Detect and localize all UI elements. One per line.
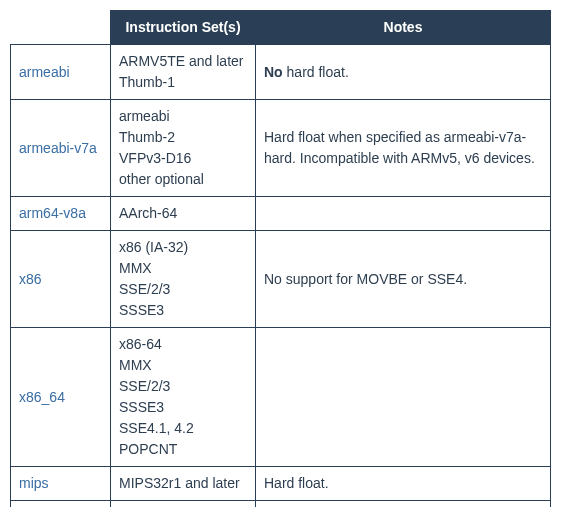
abi-link[interactable]: x86 [19, 271, 42, 287]
instruction-set-line: AArch-64 [119, 203, 247, 224]
col-header-notes: Notes [256, 11, 551, 45]
instruction-set-line: armeabi [119, 106, 247, 127]
col-header-instruction-set: Instruction Set(s) [111, 11, 256, 45]
abi-link[interactable]: x86_64 [19, 389, 65, 405]
notes-text: Hard float. [264, 475, 329, 491]
instruction-set-line: ARMV5TE and later [119, 51, 247, 72]
abi-link[interactable]: armeabi-v7a [19, 140, 97, 156]
table-row: x86x86 (IA-32)MMXSSE/2/3SSSE3No support … [11, 231, 551, 328]
notes-cell [256, 501, 551, 508]
col-header-abi [11, 11, 111, 45]
notes-text: No support for MOVBE or SSE4. [264, 271, 467, 287]
abi-cell: arm64-v8a [11, 197, 111, 231]
notes-text: hard float. [283, 64, 349, 80]
notes-cell [256, 328, 551, 467]
instruction-set-line: MMX [119, 355, 247, 376]
abi-cell: x86 [11, 231, 111, 328]
instruction-set-line: POPCNT [119, 439, 247, 460]
instruction-set-line: x86 (IA-32) [119, 237, 247, 258]
instruction-set-cell: MIPS32r1 and later [111, 467, 256, 501]
abi-cell: mips 64 [11, 501, 111, 508]
notes-cell: No support for MOVBE or SSE4. [256, 231, 551, 328]
notes-cell: No hard float. [256, 45, 551, 100]
instruction-set-line: SSE4.1, 4.2 [119, 418, 247, 439]
instruction-set-line: Thumb-1 [119, 72, 247, 93]
instruction-set-cell: armeabiThumb-2VFPv3-D16other optional [111, 100, 256, 197]
abi-cell: mips [11, 467, 111, 501]
instruction-set-line: SSSE3 [119, 300, 247, 321]
notes-cell: Hard float. [256, 467, 551, 501]
instruction-set-line: MIPS32r1 and later [119, 473, 247, 494]
instruction-set-line: SSSE3 [119, 397, 247, 418]
abi-link[interactable]: armeabi [19, 64, 70, 80]
table-row: arm64-v8aAArch-64 [11, 197, 551, 231]
notes-bold: No [264, 64, 283, 80]
abi-cell: armeabi-v7a [11, 100, 111, 197]
notes-text: Hard float when specified as armeabi-v7a… [264, 129, 535, 166]
table-row: mipsMIPS32r1 and laterHard float. [11, 467, 551, 501]
table-row: armeabi-v7aarmeabiThumb-2VFPv3-D16other … [11, 100, 551, 197]
abi-link[interactable]: arm64-v8a [19, 205, 86, 221]
abi-table: Instruction Set(s) Notes armeabiARMV5TE … [10, 10, 551, 507]
instruction-set-cell: x86-64MMXSSE/2/3SSSE3SSE4.1, 4.2POPCNT [111, 328, 256, 467]
instruction-set-cell: AArch-64 [111, 197, 256, 231]
instruction-set-line: SSE/2/3 [119, 279, 247, 300]
table-row: x86_64x86-64MMXSSE/2/3SSSE3SSE4.1, 4.2PO… [11, 328, 551, 467]
instruction-set-line: VFPv3-D16 [119, 148, 247, 169]
abi-cell: armeabi [11, 45, 111, 100]
instruction-set-cell: MIPS64r6 [111, 501, 256, 508]
instruction-set-line: x86-64 [119, 334, 247, 355]
instruction-set-line: SSE/2/3 [119, 376, 247, 397]
table-row: armeabiARMV5TE and laterThumb-1No hard f… [11, 45, 551, 100]
notes-cell [256, 197, 551, 231]
instruction-set-line: other optional [119, 169, 247, 190]
table-row: mips 64MIPS64r6 [11, 501, 551, 508]
instruction-set-cell: ARMV5TE and laterThumb-1 [111, 45, 256, 100]
notes-cell: Hard float when specified as armeabi-v7a… [256, 100, 551, 197]
instruction-set-line: MMX [119, 258, 247, 279]
abi-cell: x86_64 [11, 328, 111, 467]
abi-link[interactable]: mips [19, 475, 49, 491]
instruction-set-line: Thumb-2 [119, 127, 247, 148]
table-header-row: Instruction Set(s) Notes [11, 11, 551, 45]
instruction-set-cell: x86 (IA-32)MMXSSE/2/3SSSE3 [111, 231, 256, 328]
